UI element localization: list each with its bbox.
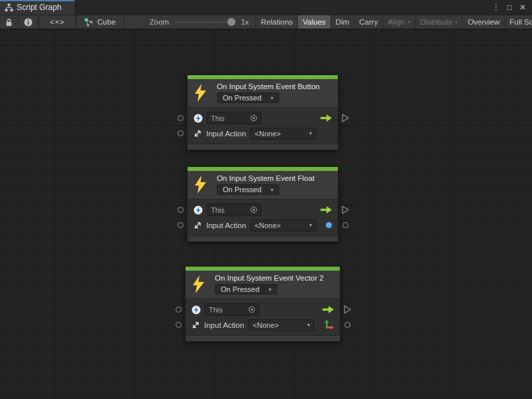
- graph-toolbar: <×> Cube Zoom 1x Relations Values: [0, 15, 532, 29]
- chevron-down-icon: ▾: [271, 95, 273, 101]
- vector2-value-icon: [324, 319, 334, 331]
- preview-code-button[interactable]: <×>: [39, 15, 76, 29]
- input-action-label: Input Action: [206, 221, 246, 229]
- full-screen-button[interactable]: Full Screen: [505, 15, 532, 29]
- gameobject-event-icon: [194, 114, 203, 123]
- chevron-down-icon: ▾: [271, 187, 273, 193]
- event-bolt-icon: [194, 84, 207, 102]
- event-bolt-icon: [192, 275, 205, 293]
- event-bolt-icon: [194, 176, 207, 194]
- gameobject-event-icon: [192, 305, 201, 315]
- node-title: On Input System Event Float: [217, 174, 315, 182]
- graph-hierarchy-icon: [5, 3, 13, 12]
- node-title: On Input System Event Vector 2: [215, 274, 324, 282]
- input-action-dropdown[interactable]: <None> ▾: [248, 319, 315, 331]
- flow-arrow-icon: [321, 114, 332, 122]
- object-picker-icon[interactable]: [250, 206, 257, 213]
- node-footer: [186, 335, 340, 341]
- input-action-port-row: Input Action <None> ▾: [188, 217, 338, 233]
- inspect-button[interactable]: [19, 15, 39, 29]
- node-on-input-system-event-vector2[interactable]: On Input System Event Vector 2 On Presse…: [185, 266, 340, 342]
- input-action-label: Input Action: [206, 130, 246, 138]
- script-graph-asset-icon: [84, 18, 93, 27]
- zoom-slider-track[interactable]: [174, 22, 235, 23]
- zoom-value: 1x: [241, 18, 249, 26]
- window-menu-icon[interactable]: ⋮: [491, 2, 501, 13]
- window-controls: ⋮ □ ✕: [491, 0, 532, 15]
- input-action-dropdown[interactable]: <None> ▾: [250, 219, 317, 231]
- active-tab-indicator: [0, 0, 74, 1]
- this-object-field[interactable]: This: [207, 203, 261, 216]
- script-graph-window: Script Graph ⋮ □ ✕ <×>: [0, 0, 532, 399]
- flow-output-port[interactable]: [342, 114, 349, 122]
- lock-icon: [5, 18, 13, 27]
- node-header: On Input System Event Float On Pressed ▾: [188, 171, 338, 200]
- node-footer: [188, 235, 338, 241]
- this-port-row: This: [186, 302, 340, 317]
- this-input-port[interactable]: [176, 307, 182, 313]
- dim-toggle[interactable]: Dim: [331, 15, 354, 29]
- this-object-field[interactable]: This: [205, 303, 259, 316]
- trigger-state-dropdown[interactable]: On Pressed ▾: [217, 92, 279, 103]
- flow-arrow-icon: [321, 206, 332, 213]
- relations-toggle[interactable]: Relations: [256, 15, 298, 29]
- zoom-control: Zoom 1x: [124, 15, 257, 29]
- zoom-slider-handle[interactable]: [227, 18, 235, 26]
- node-on-input-system-event-button[interactable]: On Input System Event Button On Pressed …: [187, 74, 338, 150]
- code-icon: <×>: [50, 18, 65, 26]
- node-title: On Input System Event Button: [217, 82, 320, 90]
- chevron-down-icon: ▾: [269, 287, 271, 293]
- graph-name: Cube: [97, 18, 116, 26]
- chevron-down-icon: ▾: [307, 322, 310, 328]
- tab-bar: Script Graph ⋮ □ ✕: [0, 0, 532, 15]
- input-action-input-port[interactable]: [178, 222, 184, 228]
- window-maximize-icon[interactable]: □: [504, 2, 515, 13]
- chevron-down-icon: ▾: [408, 19, 410, 25]
- lock-button[interactable]: [0, 15, 19, 29]
- window-close-icon[interactable]: ✕: [517, 2, 528, 13]
- values-toggle[interactable]: Values: [298, 15, 331, 29]
- object-picker-icon[interactable]: [250, 114, 257, 122]
- tab-script-graph[interactable]: Script Graph: [0, 0, 74, 15]
- flow-arrow-icon: [323, 306, 334, 313]
- input-action-port-row: Input Action <None> ▾: [188, 126, 338, 141]
- float-value-icon: [326, 222, 332, 228]
- align-dropdown[interactable]: Align ▾: [383, 15, 416, 29]
- input-action-icon: [194, 129, 202, 138]
- this-object-field[interactable]: This: [207, 112, 261, 124]
- object-picker-icon[interactable]: [248, 306, 255, 313]
- input-action-icon: [194, 221, 202, 229]
- input-action-input-port[interactable]: [176, 322, 182, 328]
- node-body: This: [188, 108, 338, 144]
- overview-button[interactable]: Overview: [463, 15, 505, 29]
- node-on-input-system-event-float[interactable]: On Input System Event Float On Pressed ▾: [187, 166, 338, 242]
- input-action-label: Input Action: [204, 321, 244, 329]
- zoom-label: Zoom: [150, 18, 169, 26]
- flow-output-port[interactable]: [342, 205, 349, 214]
- node-header: On Input System Event Vector 2 On Presse…: [186, 271, 340, 299]
- input-action-dropdown[interactable]: <None> ▾: [250, 128, 317, 140]
- this-input-port[interactable]: [178, 207, 184, 213]
- trigger-state-dropdown[interactable]: On Pressed ▾: [217, 184, 279, 195]
- trigger-state-dropdown[interactable]: On Pressed ▾: [215, 284, 277, 295]
- chevron-down-icon: ▾: [309, 222, 312, 228]
- distribute-dropdown[interactable]: Distribute ▾: [416, 15, 464, 29]
- graph-canvas[interactable]: On Input System Event Button On Pressed …: [0, 29, 532, 399]
- flow-output-port[interactable]: [344, 305, 351, 314]
- info-icon: [24, 18, 33, 27]
- node-footer: [188, 144, 338, 150]
- this-input-port[interactable]: [178, 115, 184, 121]
- vector2-value-output-port[interactable]: [344, 322, 350, 328]
- input-action-input-port[interactable]: [178, 130, 184, 136]
- node-body: This: [188, 200, 338, 235]
- float-value-output-port[interactable]: [342, 222, 348, 228]
- zoom-slider[interactable]: [174, 17, 235, 27]
- this-port-row: This: [188, 202, 338, 217]
- node-header: On Input System Event Button On Pressed …: [188, 79, 338, 108]
- carry-toggle[interactable]: Carry: [354, 15, 383, 29]
- graph-breadcrumb[interactable]: Cube: [76, 15, 124, 29]
- this-port-row: This: [188, 110, 338, 126]
- input-action-icon: [192, 321, 200, 329]
- node-body: This: [186, 299, 340, 335]
- input-action-port-row: Input Action <None> ▾: [186, 317, 340, 332]
